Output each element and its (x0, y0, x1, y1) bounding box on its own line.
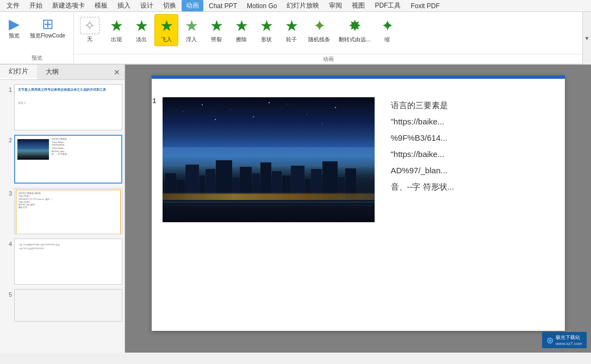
anim-float-icon: ★ (185, 17, 198, 35)
anim-split-btn[interactable]: ★ 劈裂 (204, 14, 228, 46)
slide-item-5[interactable]: 5 (2, 289, 122, 322)
menu-foxit-pdf[interactable]: Foxit PDF (406, 1, 444, 11)
slides-list: 1 文字是人类用表义符号记录表达信息以传之久远的方式和工具 某某人 2 (0, 80, 125, 353)
anim-shape-label: 形状 (261, 36, 272, 43)
anim-wipe-label: 擦除 (236, 36, 247, 43)
menu-motion-go[interactable]: Motion Go (242, 1, 281, 11)
anim-wheel-btn[interactable]: ★ 轮子 (279, 14, 303, 46)
anim-fly-icon: ★ (160, 17, 173, 35)
anim-shrink-label: 缩 (384, 36, 390, 43)
menu-animation[interactable]: 动画 (182, 0, 203, 11)
menu-bar: 文件 开始 新建选项卡 模板 插入 设计 切换 动画 Chat PPT Moti… (0, 0, 591, 12)
anim-shape-btn[interactable]: ★ 形状 (254, 14, 278, 46)
slide-panel: 幻灯片 大纲 ✕ 1 文字是人类用表义符号记录表达信息以传之久远的方式和工具 某… (0, 65, 125, 353)
slide-badge: 1 (153, 97, 157, 105)
tab-outline[interactable]: 大纲 (37, 65, 67, 79)
brand-icon: ⊛ (546, 335, 553, 346)
close-panel-btn[interactable]: ✕ (109, 66, 125, 79)
slide-num-5: 5 (2, 289, 12, 298)
flowcode-label: 预览FlowCode (30, 32, 65, 40)
preview-flowcode-btn[interactable]: ⊞ 预览FlowCode (26, 14, 69, 42)
anim-appear-btn[interactable]: ★ 出现 (104, 14, 128, 46)
slide-item-4[interactable]: 4 • 论 ??大写打?????打 大打????????? 大义 • 论 ???… (2, 239, 122, 285)
brand-watermark: ⊛ 极光下载站 www.xz7.com (542, 332, 587, 348)
anim-float-label: 浮入 (186, 36, 197, 43)
anim-fly-btn[interactable]: ★ 飞入 (154, 14, 178, 46)
anim-float-btn[interactable]: ★ 浮入 (179, 14, 203, 46)
anim-shape-icon: ★ (260, 17, 273, 35)
menu-new-tab[interactable]: 新建选项卡 (48, 0, 89, 11)
anim-split-icon: ★ (210, 17, 223, 35)
city-image[interactable] (163, 97, 375, 222)
water-reflection (163, 200, 375, 222)
tab-slides[interactable]: 幻灯片 (0, 65, 37, 79)
slide-image-section: 1 (163, 97, 375, 222)
main-area: 幻灯片 大纲 ✕ 1 文字是人类用表义符号记录表达信息以传之久远的方式和工具 某… (0, 65, 591, 353)
anim-flip-icon: ✸ (349, 17, 361, 35)
slide-thumb-5[interactable] (14, 289, 122, 322)
anim-shrink-btn[interactable]: ✦ 缩 (375, 14, 399, 46)
slide-thumb-1[interactable]: 文字是人类用表义符号记录表达信息以传之久远的方式和工具 某某人 (14, 84, 122, 130)
menu-pdf-tools[interactable]: PDF工具 (370, 0, 405, 11)
slide-num-4: 4 (2, 239, 12, 247)
anim-wheel-icon: ★ (285, 17, 298, 35)
anim-flip-label: 翻转式由远... (339, 36, 370, 43)
slide-num-3: 3 (2, 188, 12, 197)
anim-random-icon: ✦ (313, 17, 326, 35)
brand-name: 极光下载站 (556, 334, 582, 341)
menu-design[interactable]: 设计 (136, 0, 158, 11)
slide-view[interactable]: 1 (125, 65, 591, 353)
anim-fade-btn[interactable]: ★ 淡出 (129, 14, 153, 46)
slide-num-2: 2 (2, 135, 12, 143)
preview-btn[interactable]: ▶ 预览 (4, 14, 24, 42)
menu-review[interactable]: 审阅 (325, 0, 346, 11)
slide-text-content: 语言的三要素是 "https://baike... %9F%B3/614... … (391, 97, 554, 195)
slide-text-section: 语言的三要素是 "https://baike... %9F%B3/614... … (385, 97, 554, 222)
anim-fade-label: 淡出 (136, 36, 147, 43)
menu-file[interactable]: 文件 (2, 0, 24, 11)
anim-flip-btn[interactable]: ✸ 翻转式由远... (335, 14, 374, 46)
menu-view[interactable]: 视图 (347, 0, 369, 11)
preview-group-label: 预览 (32, 54, 42, 62)
anim-split-label: 劈裂 (211, 36, 222, 43)
anim-none-label: 无 (87, 35, 92, 43)
menu-template[interactable]: 模板 (90, 0, 112, 11)
menu-insert[interactable]: 插入 (113, 0, 135, 11)
menu-home[interactable]: 开始 (25, 0, 47, 11)
slide-thumb-4[interactable]: • 论 ??大写打?????打 大打????????? 大义 • 论 ??? 大… (14, 239, 122, 285)
slide-item-2[interactable]: 2 语言的三要素是 "https://baike... %9F%B3/614..… (2, 135, 122, 184)
ribbon: ▶ 预览 ⊞ 预览FlowCode 预览 ✧ 无 ★ (0, 12, 591, 65)
menu-transition[interactable]: 切换 (159, 0, 181, 11)
animation-group-label: 动画 (74, 54, 582, 64)
anim-wheel-label: 轮子 (286, 36, 297, 43)
slide-num-1: 1 (2, 84, 12, 93)
anim-none-btn[interactable]: ✧ 无 (76, 14, 103, 46)
brand-url: www.xz7.com (556, 341, 582, 346)
anim-appear-label: 出现 (111, 36, 122, 43)
slide-panel-tabs: 幻灯片 大纲 ✕ (0, 65, 125, 80)
preview-icon: ▶ (9, 17, 20, 31)
anim-appear-icon: ★ (110, 17, 123, 35)
anim-shrink-icon: ✦ (381, 17, 394, 35)
anim-random-label: 随机线条 (308, 36, 330, 43)
slide-top-bar (152, 76, 565, 79)
slide-item-1[interactable]: 1 文字是人类用表义符号记录表达信息以传之久远的方式和工具 某某人 (2, 84, 122, 130)
slide-item-3[interactable]: 3 语言的三要素是 成组别 "https://baike... %9F%B3/7… (2, 188, 122, 234)
anim-none-icon: ✧ (80, 17, 99, 34)
ribbon-scroll-btn[interactable]: ▼ (582, 12, 591, 64)
slide1-title: 文字是人类用表义符号记录表达信息以传之久远的方式和工具 (18, 88, 119, 92)
anim-fly-label: 飞入 (161, 36, 172, 43)
slide1-author: 某某人 (18, 101, 119, 104)
stars-layer (173, 100, 364, 147)
slide-thumb-3[interactable]: 语言的三要素是 成组别 "https://baike... %9F%B3/777… (14, 188, 122, 234)
slide-thumb-2[interactable]: 语言的三要素是 "https://baike... %9F%B3/614... … (14, 135, 122, 184)
anim-random-btn[interactable]: ✦ 随机线条 (304, 14, 334, 46)
preview-label: 预览 (9, 32, 20, 40)
slide-canvas: 1 (152, 76, 565, 331)
anim-wipe-icon: ★ (235, 17, 248, 35)
anim-wipe-btn[interactable]: ★ 擦除 (229, 14, 253, 46)
anim-fade-icon: ★ (135, 17, 148, 35)
flowcode-icon: ⊞ (42, 17, 54, 31)
menu-chat-ppt[interactable]: Chat PPT (204, 1, 241, 11)
menu-slideshow[interactable]: 幻灯片放映 (282, 0, 324, 11)
